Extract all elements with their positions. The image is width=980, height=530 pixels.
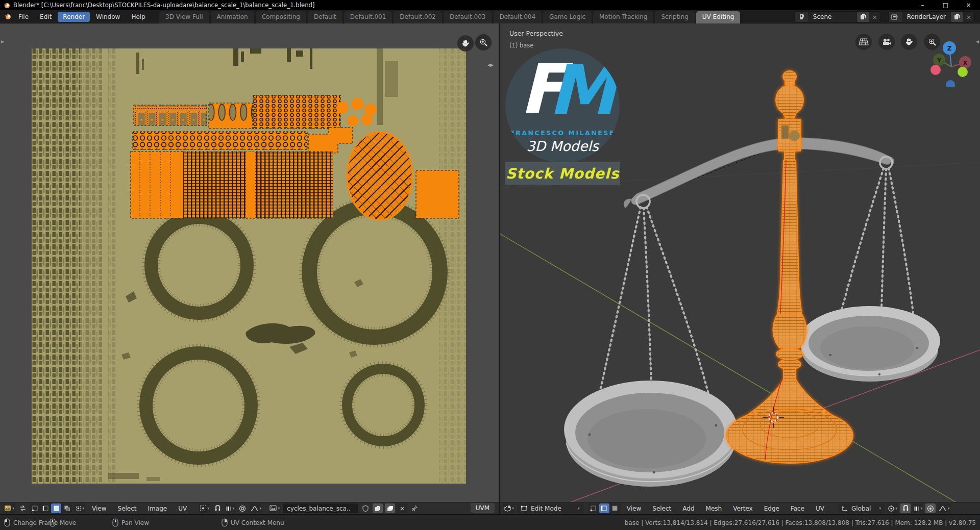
uv-proportional-edit-toggle[interactable] xyxy=(237,503,248,513)
render-layer-icon[interactable] xyxy=(889,12,902,22)
tab-game-logic[interactable]: Game Logic xyxy=(543,11,592,23)
view-menu-edge[interactable]: Edge xyxy=(760,504,784,513)
uv-pivot-dropdown[interactable]: ▾ xyxy=(199,503,210,513)
gizmo-x-neg[interactable] xyxy=(930,65,941,75)
uv-snap-toggle[interactable] xyxy=(212,503,223,513)
viewport-pan-button[interactable] xyxy=(901,34,917,50)
falloff-dropdown[interactable]: ▾ xyxy=(938,503,950,513)
snap-target-dropdown[interactable]: ▾ xyxy=(913,503,923,513)
tab-animation[interactable]: Animation xyxy=(211,11,254,23)
scene-statistics: base | Verts:13,814/13,814 | Edges:27,61… xyxy=(625,515,976,530)
tab-default-002[interactable]: Default.002 xyxy=(394,11,442,23)
view-menu-mesh[interactable]: Mesh xyxy=(701,504,727,513)
svg-text:X: X xyxy=(963,60,968,66)
view-menu-face[interactable]: Face xyxy=(786,504,809,513)
pin-image-button[interactable] xyxy=(409,503,420,513)
navigation-gizmo[interactable]: Z Y X xyxy=(923,31,979,87)
minimize-button[interactable]: – xyxy=(911,0,934,10)
tab-compositing[interactable]: Compositing xyxy=(256,11,306,23)
view-menu-add[interactable]: Add xyxy=(678,504,699,513)
uv-menu-image[interactable]: Image xyxy=(143,504,172,513)
image-browse-button[interactable]: ▾ xyxy=(268,503,281,513)
title-bar: Blender* [C:\Users\franc\Desktop\STOCKPI… xyxy=(0,0,980,10)
gizmo-z-neg[interactable] xyxy=(946,80,955,87)
uv-sticky-select-dropdown[interactable]: ▾ xyxy=(74,503,85,513)
menu-window[interactable]: Window xyxy=(91,12,125,22)
window-title: Blender* [C:\Users\franc\Desktop\STOCKPI… xyxy=(13,2,315,9)
view-menu-select[interactable]: Select xyxy=(648,504,676,513)
copy-icon xyxy=(375,506,381,512)
scene-copy-button[interactable] xyxy=(857,12,869,22)
view-menu-view[interactable]: View xyxy=(622,504,646,513)
edit-mode-icon xyxy=(521,505,528,512)
uv-select-mode-group xyxy=(30,503,72,513)
camera-view-button[interactable] xyxy=(878,34,895,50)
tab-default-003[interactable]: Default.003 xyxy=(444,11,492,23)
tab-uv-editing[interactable]: UV Editing xyxy=(696,11,741,23)
uv-editor-type-button[interactable]: ▾ xyxy=(3,503,15,513)
pack-image-button[interactable] xyxy=(385,503,395,513)
maximize-button[interactable]: □ xyxy=(934,0,957,10)
svg-text:Y: Y xyxy=(937,57,942,64)
tab-scripting[interactable]: Scripting xyxy=(655,11,694,23)
uv-sync-selection-toggle[interactable] xyxy=(17,503,28,513)
hint-move: Move xyxy=(50,515,76,530)
view-menu-vertex[interactable]: Vertex xyxy=(728,504,757,513)
zoom-view-button[interactable] xyxy=(475,34,492,51)
image-editor-icon xyxy=(4,505,12,512)
left-pan[interactable] xyxy=(564,381,738,487)
pivot-point-dropdown[interactable]: ▾ xyxy=(887,503,898,513)
tab-motion-tracking[interactable]: Motion Tracking xyxy=(593,11,653,23)
uv-image[interactable] xyxy=(32,48,466,484)
toggle-perspective-button[interactable] xyxy=(855,34,872,50)
render-layer-copy-button[interactable] xyxy=(951,12,963,22)
right-pan[interactable] xyxy=(799,306,940,382)
menu-help[interactable]: Help xyxy=(126,12,150,22)
tab-default[interactable]: Default xyxy=(308,11,342,23)
uv-editor-header: ▾ ▾ xyxy=(0,502,499,514)
tab-default-004[interactable]: Default.004 xyxy=(494,11,542,23)
viewport-editor-type-button[interactable]: ▾ xyxy=(503,503,515,513)
uv-editor-pane[interactable]: ▸ ▾ xyxy=(0,23,499,514)
snap-toggle[interactable] xyxy=(900,503,911,513)
render-layer-unlink-icon[interactable]: × xyxy=(963,13,974,21)
pane-split-handle[interactable]: ◂▸ xyxy=(487,61,494,68)
tab-default-001[interactable]: Default.001 xyxy=(344,11,393,23)
image-name-field[interactable]: cycles_balance_sca.. xyxy=(283,503,358,513)
render-layer-name[interactable]: RenderLayer xyxy=(902,13,951,20)
view-menu-uv[interactable]: UV xyxy=(811,504,829,513)
viewport-3d-pane[interactable]: User Perspective (1) base F M FRANCESCO … xyxy=(500,23,980,514)
unlink-image-button[interactable]: × xyxy=(397,503,407,513)
edge-select-button[interactable] xyxy=(599,503,609,513)
new-image-button[interactable] xyxy=(373,503,383,513)
uv-face-select-button[interactable] xyxy=(51,503,61,513)
uv-menu-select[interactable]: Select xyxy=(113,504,141,513)
mode-dropdown[interactable]: Edit Mode ▾ xyxy=(517,503,583,513)
menu-render[interactable]: Render xyxy=(58,12,90,22)
uv-menu-uv[interactable]: UV xyxy=(174,504,191,513)
fake-user-shield-button[interactable] xyxy=(360,503,371,513)
pan-view-button[interactable] xyxy=(457,35,474,52)
uv-snap-target-dropdown[interactable]: ▾ xyxy=(225,503,235,513)
scene-name[interactable]: Scene xyxy=(808,13,857,20)
uv-edge-select-button[interactable] xyxy=(40,503,51,513)
uv-map-name-tag[interactable]: UVM xyxy=(471,503,495,513)
scene-unlink-icon[interactable]: × xyxy=(869,13,880,21)
close-button[interactable]: × xyxy=(957,0,980,10)
menu-file[interactable]: File xyxy=(13,12,34,22)
blender-menu-icon[interactable] xyxy=(3,13,12,20)
pane-expand-arrow-left[interactable]: ▸ xyxy=(1,38,4,45)
pane-expand-arrow-right[interactable]: ◂ xyxy=(976,38,979,45)
scene-icon[interactable] xyxy=(795,12,808,22)
vertex-select-button[interactable] xyxy=(589,503,599,513)
tab-3d-view-full[interactable]: 3D View Full xyxy=(159,11,209,23)
uv-falloff-dropdown[interactable]: ▾ xyxy=(250,503,262,513)
uv-vertex-select-button[interactable] xyxy=(30,503,40,513)
uv-island-select-button[interactable] xyxy=(62,503,72,513)
uv-menu-view[interactable]: View xyxy=(87,504,111,513)
face-select-button[interactable] xyxy=(610,503,620,513)
proportional-edit-toggle[interactable] xyxy=(925,503,936,513)
gizmo-y-neg[interactable] xyxy=(958,67,968,77)
menu-edit[interactable]: Edit xyxy=(35,12,57,22)
transform-orientation-dropdown[interactable]: Global ▾ xyxy=(838,503,885,513)
